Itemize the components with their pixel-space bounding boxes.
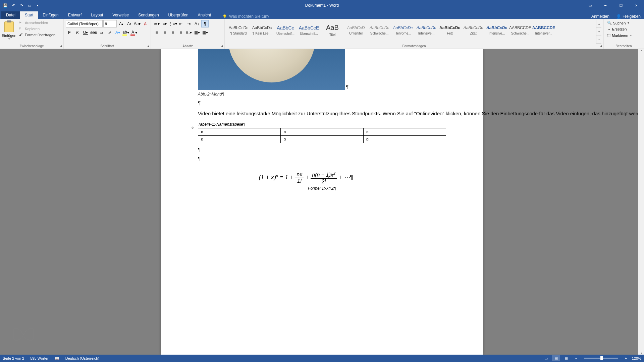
- format-painter-button[interactable]: 🖌Format übertragen: [17, 32, 57, 38]
- web-layout-icon[interactable]: ▦: [562, 355, 570, 361]
- print-layout-icon[interactable]: ▤: [552, 355, 560, 361]
- gallery-scroll[interactable]: ▴ ▾ ▾: [596, 20, 601, 44]
- font-name-combo[interactable]: [66, 20, 103, 27]
- image-moon[interactable]: [198, 49, 345, 90]
- tab-mailings[interactable]: Sendungen: [133, 11, 163, 19]
- table-cell[interactable]: ¤: [281, 136, 363, 143]
- save-icon[interactable]: 💾: [3, 3, 8, 8]
- gallery-more-icon[interactable]: ▾: [596, 36, 601, 44]
- shrink-font-button[interactable]: A▾: [125, 20, 133, 27]
- table-cell[interactable]: ¤: [281, 128, 363, 136]
- status-word-count[interactable]: 595 Wörter: [30, 356, 48, 360]
- read-mode-icon[interactable]: ▭: [542, 355, 550, 361]
- style-item[interactable]: AaBTitel: [321, 20, 344, 40]
- clipboard-launcher-icon[interactable]: ◢: [59, 44, 63, 48]
- style-item[interactable]: AaBbCcDcIntensive...: [415, 20, 438, 40]
- zoom-in-button[interactable]: +: [622, 355, 630, 361]
- table-cell[interactable]: ¤: [363, 136, 446, 143]
- tab-view[interactable]: Ansicht: [193, 11, 216, 19]
- tell-me-search[interactable]: Was möchten Sie tun?: [222, 14, 269, 19]
- bold-button[interactable]: F: [66, 29, 73, 36]
- change-case-button[interactable]: Aa▾: [133, 20, 141, 27]
- tab-file[interactable]: Datei: [1, 11, 20, 19]
- undo-icon[interactable]: ↶: [11, 3, 16, 8]
- line-spacing-button[interactable]: ≡↕▾: [185, 29, 193, 36]
- decrease-indent-button[interactable]: ⇤: [177, 20, 184, 27]
- zoom-thumb[interactable]: [600, 356, 603, 360]
- style-item[interactable]: AaBbCcDcSchwache...: [368, 20, 391, 40]
- display-options-icon[interactable]: ▭: [582, 0, 598, 11]
- show-marks-button[interactable]: ¶: [201, 20, 209, 27]
- gallery-up-icon[interactable]: ▴: [596, 20, 601, 28]
- close-icon[interactable]: ✕: [629, 0, 644, 11]
- redo-icon[interactable]: ↷: [19, 3, 24, 8]
- minimize-icon[interactable]: ━: [598, 0, 613, 11]
- proofing-icon[interactable]: 📖: [55, 356, 59, 361]
- image-caption[interactable]: Abb.·2:·Mond¶: [198, 92, 446, 97]
- subscript-button[interactable]: x₂: [98, 29, 105, 36]
- shading-button[interactable]: ▦▾: [193, 29, 201, 36]
- font-size-combo[interactable]: [103, 20, 117, 27]
- style-item[interactable]: AaBbCcDcZitat: [462, 20, 485, 40]
- styles-gallery[interactable]: AaBbCcDc¶ StandardAaBbCcDc¶ Kein Lee...A…: [227, 20, 595, 44]
- paragraph-launcher-icon[interactable]: ◢: [220, 44, 224, 48]
- paste-button[interactable]: Einfügen ▾: [2, 20, 16, 41]
- style-item[interactable]: AaBbCcDcFett: [438, 20, 462, 40]
- tab-insert[interactable]: Einfügen: [38, 11, 63, 19]
- font-launcher-icon[interactable]: ◢: [146, 44, 150, 48]
- vertical-scrollbar[interactable]: [638, 49, 644, 355]
- table-row[interactable]: ¤ ¤ ¤: [198, 136, 446, 143]
- clear-formatting-button[interactable]: A̷: [142, 20, 149, 27]
- zoom-slider[interactable]: [584, 358, 618, 359]
- zoom-level[interactable]: 120%: [632, 356, 641, 360]
- gallery-down-icon[interactable]: ▾: [596, 28, 601, 36]
- underline-button[interactable]: U▾: [82, 29, 89, 36]
- name-table[interactable]: ¤ ¤ ¤ ¤ ¤ ¤: [198, 128, 446, 143]
- sign-in-link[interactable]: Anmelden: [591, 14, 609, 19]
- align-center-button[interactable]: ≡: [161, 29, 168, 36]
- tab-references[interactable]: Verweise: [108, 11, 133, 19]
- select-button[interactable]: ⬚Markieren▾: [606, 33, 633, 38]
- replace-button[interactable]: ↔Ersetzen: [606, 26, 633, 32]
- style-item[interactable]: AaBbCcÜberschrif...: [274, 20, 297, 40]
- tab-layout[interactable]: Layout: [86, 11, 108, 19]
- formula-caption[interactable]: Formel·1:·XYZ¶: [198, 186, 446, 191]
- style-item[interactable]: AaBbCcDcHervorhe...: [391, 20, 415, 40]
- superscript-button[interactable]: x²: [106, 29, 113, 36]
- status-page[interactable]: Seite 2 von 2: [3, 356, 24, 360]
- align-left-button[interactable]: ≡: [153, 29, 160, 36]
- touch-mode-icon[interactable]: ▭: [27, 3, 32, 8]
- increase-indent-button[interactable]: ⇥: [185, 20, 193, 27]
- table-row[interactable]: ¤ ¤ ¤: [198, 128, 446, 136]
- style-item[interactable]: AABBCCDESchwache...: [508, 20, 532, 40]
- zoom-out-button[interactable]: −: [572, 355, 580, 361]
- sort-button[interactable]: A↓: [193, 20, 201, 27]
- tab-review[interactable]: Überprüfen: [164, 11, 193, 19]
- status-language[interactable]: Deutsch (Österreich): [65, 356, 99, 360]
- multilevel-list-button[interactable]: ⋮≡▾: [169, 20, 176, 27]
- find-button[interactable]: 🔍Suchen▾: [606, 20, 633, 26]
- style-item[interactable]: AaBbCcDc¶ Standard: [227, 20, 250, 40]
- style-item[interactable]: AABBCCDEIntensiver...: [532, 20, 555, 40]
- style-item[interactable]: AaBbCcDc¶ Kein Lee...: [250, 20, 274, 40]
- highlight-button[interactable]: ab▾: [122, 29, 129, 36]
- maximize-icon[interactable]: ❐: [613, 0, 629, 11]
- table-cell[interactable]: ¤: [198, 136, 281, 143]
- tab-design[interactable]: Entwurf: [63, 11, 87, 19]
- styles-launcher-icon[interactable]: ◢: [599, 44, 603, 48]
- align-right-button[interactable]: ≡: [169, 29, 176, 36]
- numbering-button[interactable]: ≡▾: [161, 20, 168, 27]
- italic-button[interactable]: K: [74, 29, 81, 36]
- font-color-button[interactable]: A▾: [130, 29, 138, 36]
- style-item[interactable]: AaBbCcDUntertitel: [344, 20, 368, 40]
- body-paragraph[interactable]: Video·bietet·eine·leistungsstarke·Möglic…: [198, 110, 446, 117]
- table-cell[interactable]: ¤: [363, 128, 446, 136]
- borders-button[interactable]: ▦▾: [201, 29, 209, 36]
- strikethrough-button[interactable]: abc: [90, 29, 97, 36]
- table-move-handle-icon[interactable]: ✥: [191, 126, 194, 130]
- table-caption[interactable]: Tabelle·1:·Namenstabelle¶: [198, 122, 446, 127]
- table-cell[interactable]: ¤: [198, 128, 281, 136]
- equation[interactable]: (1 + x)n = 1 + nx1! + n(n − 1)x22! + ⋯¶: [198, 171, 446, 184]
- style-item[interactable]: AaBbCcDcIntensive...: [485, 20, 508, 40]
- text-effects-button[interactable]: A▾: [114, 29, 121, 36]
